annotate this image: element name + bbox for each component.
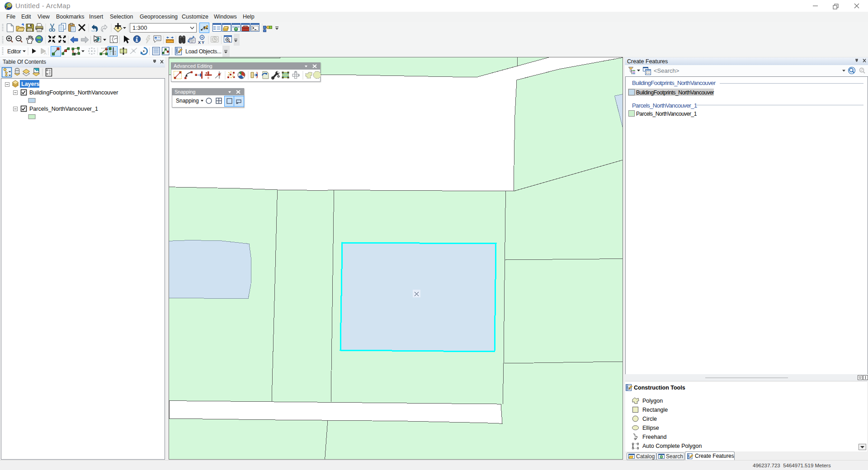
svg-text:Freehand: Freehand (642, 434, 667, 440)
svg-text:Y: Y (202, 40, 204, 45)
svg-text:X: X (198, 40, 201, 45)
svg-text:Parcels_NorthVancouver_1: Parcels_NorthVancouver_1 (29, 106, 98, 112)
svg-text:BuildingFootprints_NorthVancou: BuildingFootprints_NorthVancouver (29, 89, 118, 96)
svg-text:Rectangle: Rectangle (642, 407, 668, 413)
svg-text:Circle: Circle (642, 416, 657, 422)
svg-text:Load Objects...: Load Objects... (185, 48, 222, 55)
svg-text:Ellipse: Ellipse (642, 425, 659, 431)
svg-text:Auto Complete Polygon: Auto Complete Polygon (642, 443, 702, 449)
svg-text:Layers: Layers (21, 81, 39, 87)
svg-text:Editor: Editor (7, 48, 21, 55)
svg-text:1:300: 1:300 (132, 24, 147, 31)
svg-text:A: A (44, 51, 47, 56)
svg-text:Polygon: Polygon (642, 398, 663, 404)
svg-text:<Search>: <Search> (654, 67, 679, 74)
